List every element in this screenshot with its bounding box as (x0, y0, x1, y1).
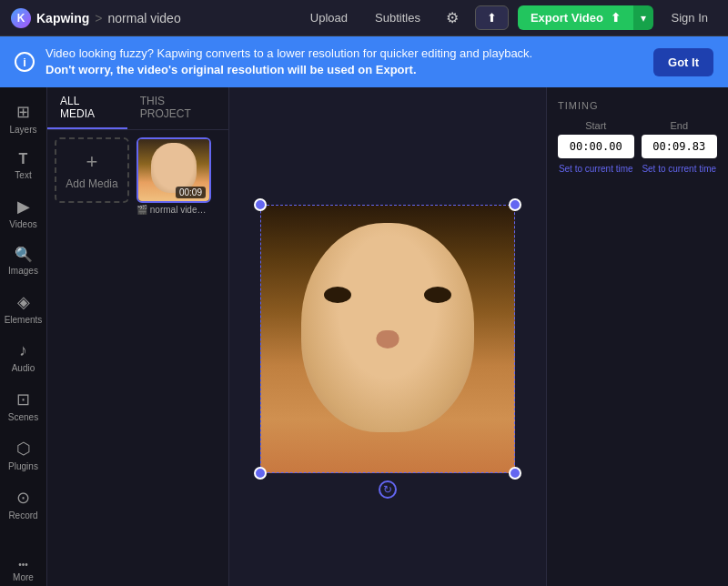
canvas-area: ↻ (229, 87, 546, 586)
video-face (301, 223, 474, 432)
sidebar-item-elements[interactable]: ◈ Elements (0, 285, 46, 332)
video-canvas (260, 205, 515, 473)
add-media-button[interactable]: + Add Media (55, 137, 129, 203)
rotate-handle[interactable]: ↻ (379, 480, 397, 499)
main-layout: ⊞ Layers T Text ▶ Videos 🔍 Images ◈ Elem… (0, 87, 728, 586)
signin-button[interactable]: Sign In (662, 7, 717, 28)
media-thumbnail-item: 00:09 🎬 normal video.... (136, 137, 211, 582)
info-icon: i (15, 52, 35, 72)
media-panel: ALL MEDIA THIS PROJECT + Add Media 00:09 (47, 87, 229, 586)
set-start-current-button[interactable]: Set to current time (558, 162, 634, 176)
thumb-face (151, 143, 197, 193)
sidebar-item-label: Record (8, 510, 37, 520)
notification-text: Video looking fuzzy? Kapwing converts to… (46, 45, 642, 78)
set-end-current-button[interactable]: Set to current time (642, 162, 718, 176)
export-upload-icon: ⬆ (611, 11, 621, 25)
timing-end-col: End Set to current time (642, 120, 718, 176)
sidebar-item-label: Elements (5, 315, 43, 325)
more-icon: ••• (18, 560, 28, 570)
scenes-icon: ⊡ (16, 389, 30, 409)
start-label: Start (558, 120, 634, 131)
resize-handle-top-left[interactable] (254, 198, 267, 211)
chevron-down-icon: ▾ (641, 12, 646, 25)
start-time-input[interactable] (558, 135, 634, 158)
sidebar-item-label: Audio (12, 363, 35, 373)
topbar: K Kapwing > normal video Upload Subtitle… (0, 0, 728, 36)
sidebar-item-label: More (13, 572, 34, 582)
sidebar-item-label: Layers (9, 125, 36, 135)
video-eye-left (324, 287, 351, 303)
left-sidebar: ⊞ Layers T Text ▶ Videos 🔍 Images ◈ Elem… (0, 87, 47, 586)
text-icon: T (19, 151, 28, 167)
end-label: End (642, 120, 718, 131)
add-media-label: Add Media (66, 177, 117, 190)
media-grid: + Add Media 00:09 🎬 normal video.... (47, 130, 228, 586)
thumb-name: 🎬 normal video.... (136, 205, 211, 215)
project-name: normal video (108, 11, 181, 25)
got-it-button[interactable]: Got It (653, 48, 713, 76)
share-icon: ⬆ (487, 11, 497, 25)
logo-area: K Kapwing > normal video (11, 8, 181, 28)
timing-start-col: Start Set to current time (558, 120, 634, 176)
sidebar-item-videos[interactable]: ▶ Videos (0, 189, 46, 237)
elements-icon: ◈ (17, 292, 30, 312)
breadcrumb-sep: > (95, 11, 102, 25)
sidebar-item-plugins[interactable]: ⬡ Plugins (0, 431, 46, 479)
thumb-duration: 00:09 (176, 187, 206, 198)
sidebar-item-record[interactable]: ⊙ Record (0, 480, 46, 528)
timing-section-label: TIMING (558, 100, 717, 111)
sidebar-item-text[interactable]: T Text (0, 144, 46, 187)
video-eyes (324, 287, 451, 303)
video-eye-right (424, 287, 451, 303)
add-media-item: + Add Media (55, 137, 129, 582)
tab-this-project[interactable]: THIS PROJECT (127, 87, 228, 129)
audio-icon: ♪ (19, 341, 27, 360)
timing-row: Start Set to current time End Set to cur… (558, 120, 717, 176)
sidebar-item-audio[interactable]: ♪ Audio (0, 334, 46, 380)
images-icon: 🔍 (15, 246, 33, 263)
record-icon: ⊙ (16, 488, 30, 508)
plus-icon: + (86, 150, 98, 174)
right-panel: TIMING Start Set to current time End Set… (546, 87, 728, 586)
settings-icon-button[interactable]: ⚙ (439, 5, 466, 30)
export-button[interactable]: Export Video ⬆ (518, 5, 633, 30)
sidebar-item-label: Text (15, 170, 31, 180)
upload-button[interactable]: Upload (301, 7, 357, 28)
plugins-icon: ⬡ (16, 439, 31, 459)
layers-icon: ⊞ (16, 102, 30, 122)
sidebar-item-label: Plugins (8, 461, 38, 471)
brand-name: Kapwing (36, 11, 89, 25)
sidebar-item-layers[interactable]: ⊞ Layers (0, 95, 46, 142)
media-tabs: ALL MEDIA THIS PROJECT (47, 87, 228, 130)
sidebar-item-label: Scenes (8, 412, 38, 422)
sidebar-item-label: Videos (9, 219, 36, 229)
video-nose (377, 330, 399, 349)
sidebar-item-label: Images (8, 266, 38, 276)
export-dropdown-button[interactable]: ▾ (633, 5, 653, 30)
end-time-input[interactable] (642, 135, 718, 158)
sidebar-item-scenes[interactable]: ⊡ Scenes (0, 382, 46, 429)
media-thumb[interactable]: 00:09 (136, 137, 211, 203)
canvas-container[interactable]: ↻ (260, 205, 515, 473)
thumb-file-icon: 🎬 (136, 205, 147, 215)
video-icon: ▶ (17, 197, 30, 217)
notification-bar: i Video looking fuzzy? Kapwing converts … (0, 36, 728, 87)
export-button-group: Export Video ⬆ ▾ (518, 5, 653, 30)
resize-handle-bottom-left[interactable] (254, 467, 267, 480)
sidebar-item-images[interactable]: 🔍 Images (0, 238, 46, 283)
sidebar-item-more[interactable]: ••• More (0, 552, 46, 586)
resize-handle-bottom-right[interactable] (509, 467, 521, 480)
logo-icon: K (11, 8, 31, 28)
share-button[interactable]: ⬆ (475, 5, 509, 30)
video-background (260, 205, 515, 473)
subtitles-button[interactable]: Subtitles (366, 7, 430, 28)
resize-handle-top-right[interactable] (509, 198, 521, 211)
tab-all-media[interactable]: ALL MEDIA (47, 87, 127, 129)
